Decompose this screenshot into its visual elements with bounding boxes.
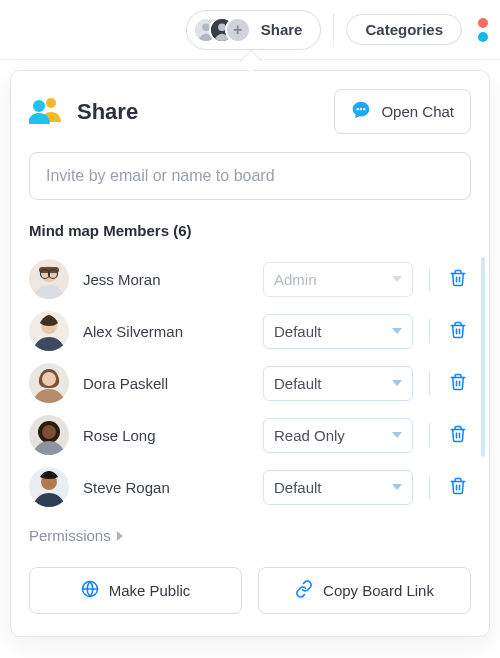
chat-icon: [351, 100, 371, 123]
delete-button[interactable]: [445, 421, 471, 450]
svg-point-5: [33, 100, 45, 112]
menu-dots-icon[interactable]: [478, 18, 490, 42]
chevron-down-icon: [392, 484, 402, 490]
delete-button[interactable]: [445, 317, 471, 346]
member-name: Steve Rogan: [83, 479, 253, 496]
trash-icon: [449, 269, 467, 290]
members-list: Jess Moran Admin Alex Silverman Default: [29, 253, 471, 513]
trash-icon: [449, 425, 467, 446]
divider: [429, 319, 430, 343]
share-pill-label: Share: [261, 21, 303, 38]
panel-title: Share: [77, 99, 138, 125]
chevron-down-icon: [392, 328, 402, 334]
delete-button[interactable]: [445, 265, 471, 294]
globe-icon: [81, 580, 99, 601]
open-chat-button[interactable]: Open Chat: [334, 89, 471, 134]
chevron-down-icon: [392, 432, 402, 438]
avatar: [29, 311, 69, 351]
divider: [429, 371, 430, 395]
role-label: Read Only: [274, 427, 345, 444]
trash-icon: [449, 373, 467, 394]
svg-point-6: [357, 108, 359, 110]
member-row: Dora Paskell Default: [29, 357, 471, 409]
role-label: Admin: [274, 271, 317, 288]
make-public-label: Make Public: [109, 582, 191, 599]
role-select: Admin: [263, 262, 413, 297]
divider: [429, 267, 430, 291]
open-chat-label: Open Chat: [381, 103, 454, 120]
footer-actions: Make Public Copy Board Link: [29, 567, 471, 614]
role-select[interactable]: Default: [263, 366, 413, 401]
divider: [429, 423, 430, 447]
role-label: Default: [274, 375, 322, 392]
chevron-down-icon: [392, 380, 402, 386]
delete-button[interactable]: [445, 473, 471, 502]
member-name: Rose Long: [83, 427, 253, 444]
member-name: Alex Silverman: [83, 323, 253, 340]
svg-point-7: [360, 108, 362, 110]
divider: [429, 475, 430, 499]
role-label: Default: [274, 323, 322, 340]
people-icon: [29, 96, 63, 128]
link-icon: [295, 580, 313, 601]
members-heading: Mind map Members (6): [29, 222, 471, 239]
role-select[interactable]: Default: [263, 470, 413, 505]
member-name: Jess Moran: [83, 271, 253, 288]
copy-link-label: Copy Board Link: [323, 582, 434, 599]
make-public-button[interactable]: Make Public: [29, 567, 242, 614]
member-row: Alex Silverman Default: [29, 305, 471, 357]
invite-input[interactable]: [29, 152, 471, 200]
avatar: [29, 467, 69, 507]
avatar: [29, 363, 69, 403]
categories-button[interactable]: Categories: [346, 14, 462, 45]
member-row: Steve Rogan Default: [29, 461, 471, 513]
trash-icon: [449, 477, 467, 498]
avatar: [29, 259, 69, 299]
copy-link-button[interactable]: Copy Board Link: [258, 567, 471, 614]
avatar: [29, 415, 69, 455]
chevron-down-icon: [392, 276, 402, 282]
divider: [333, 13, 334, 47]
plus-icon: +: [225, 17, 251, 43]
role-select[interactable]: Default: [263, 314, 413, 349]
svg-point-8: [364, 108, 366, 110]
role-label: Default: [274, 479, 322, 496]
permissions-toggle[interactable]: Permissions: [29, 527, 123, 544]
chevron-right-icon: [117, 531, 123, 541]
avatar-stack: +: [193, 17, 251, 43]
permissions-label: Permissions: [29, 527, 111, 544]
share-pill-button[interactable]: + Share: [186, 10, 322, 50]
delete-button[interactable]: [445, 369, 471, 398]
svg-point-27: [42, 425, 56, 439]
svg-point-4: [46, 98, 56, 108]
panel-header: Share Open Chat: [29, 89, 471, 134]
categories-label: Categories: [365, 21, 443, 38]
member-row: Jess Moran Admin: [29, 253, 471, 305]
role-select[interactable]: Read Only: [263, 418, 413, 453]
member-name: Dora Paskell: [83, 375, 253, 392]
svg-point-22: [42, 372, 56, 386]
scrollbar[interactable]: [481, 257, 485, 457]
share-panel: Share Open Chat Mind map Members (6) Jes…: [10, 70, 490, 637]
member-row: Rose Long Read Only: [29, 409, 471, 461]
trash-icon: [449, 321, 467, 342]
